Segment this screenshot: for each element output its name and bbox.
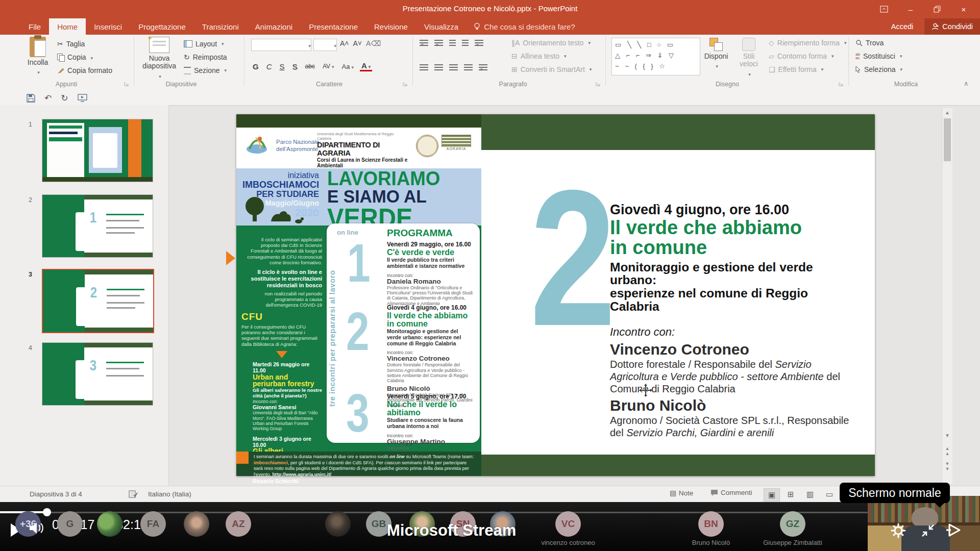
program-numeral-1: 1 — [347, 242, 371, 285]
underline-toggle[interactable]: S — [278, 62, 286, 71]
settings-gear-icon[interactable] — [890, 522, 906, 539]
shadow-toggle[interactable]: S — [291, 62, 299, 71]
shape-fill-button[interactable]: ◇Riempimento forma — [769, 39, 846, 47]
paste-button[interactable]: Incolla — [22, 37, 53, 76]
font-size-input[interactable] — [313, 39, 337, 51]
normal-view-button[interactable]: ▣ — [764, 488, 780, 502]
align-left-icon[interactable] — [420, 64, 428, 71]
redo-icon[interactable]: ↻ — [61, 93, 68, 104]
select-button[interactable]: Seleziona — [855, 65, 902, 73]
tab-progettazione[interactable]: Progettazione — [130, 18, 194, 35]
playhead-knob[interactable] — [43, 508, 51, 516]
shape-outline-button[interactable]: ▱Contorno forma — [769, 52, 834, 60]
scrollbar-thumb[interactable] — [944, 118, 951, 161]
font-grow-shrink[interactable]: A˄A˅A⌫ — [340, 39, 381, 47]
language-indicator[interactable]: Italiano (Italia) — [148, 490, 191, 498]
tab-visualizza[interactable]: Visualizza — [416, 18, 467, 35]
scroll-down-arrow[interactable]: ▼ — [942, 433, 952, 438]
new-slide-button[interactable]: ✦ Nuova diapositiva — [141, 37, 178, 80]
thumbnail-slide-2[interactable]: 1 — [42, 194, 153, 258]
new-slide-label: Nuova diapositiva — [141, 55, 178, 70]
share-button[interactable]: Condividi — [924, 18, 980, 35]
start-slideshow-icon[interactable] — [78, 94, 87, 102]
text-direction-button[interactable]: ∥AOrientamento testo — [511, 39, 591, 47]
dialog-launcher-icon[interactable] — [838, 81, 844, 87]
increase-indent-icon[interactable] — [462, 40, 469, 46]
exit-fullscreen-icon[interactable] — [921, 523, 935, 538]
tab-home[interactable]: Home — [49, 18, 86, 35]
collapse-ribbon-icon[interactable]: ∧ — [964, 80, 969, 87]
smartart-button[interactable]: ⊞Converti in SmartArt — [511, 65, 592, 73]
tab-animazioni[interactable]: Animazioni — [247, 18, 301, 35]
copy-button[interactable]: Copia — [57, 53, 93, 61]
notes-button[interactable]: ▤Note — [670, 489, 693, 497]
orange-down-arrow — [276, 351, 287, 358]
group-label-disegno: Disegno — [694, 81, 761, 88]
spellcheck-icon[interactable] — [129, 490, 138, 498]
speaker-video-thumbnail[interactable] — [868, 496, 980, 551]
line-spacing-icon[interactable] — [475, 40, 483, 46]
align-text-button[interactable]: ⊟Allinea testo — [511, 52, 567, 60]
close-button[interactable]: × — [950, 0, 977, 18]
font-name-input[interactable] — [251, 39, 311, 51]
decrease-indent-icon[interactable] — [449, 40, 456, 46]
thumbnail-slide-4[interactable]: 3 — [42, 342, 153, 406]
align-right-icon[interactable] — [449, 64, 458, 71]
section-button[interactable]: Sezione — [184, 66, 227, 74]
save-icon[interactable] — [27, 94, 35, 103]
dialog-launcher-icon[interactable] — [595, 81, 601, 87]
layout-button[interactable]: Layout — [184, 40, 224, 48]
restore-button[interactable] — [924, 0, 950, 18]
dialog-launcher-icon[interactable] — [402, 81, 408, 87]
speaker-2-bio: Agronomo / Società Castore SPL s.r.l., R… — [610, 414, 850, 439]
reading-view-button[interactable]: ▥ — [802, 488, 818, 500]
shape-effects-button[interactable]: ❑Effetti forma — [769, 65, 823, 73]
shapes-gallery[interactable]: ▭ ╲ ╲ □ ○ ▭ △ ⌐ ⌐ ⇒ ⇓ ▽ ~ ~ ( { } ☆ — [611, 38, 700, 76]
undo-icon[interactable]: ↶ — [44, 93, 52, 104]
replace-button[interactable]: abac Sostituisci — [855, 52, 902, 60]
sign-in-link[interactable]: Accedi — [891, 22, 914, 31]
next-slide-button[interactable]: ▼▼ — [942, 461, 952, 471]
numbered-list-icon[interactable] — [434, 40, 443, 46]
format-painter-button[interactable]: Copia formato — [57, 66, 112, 74]
tab-revisione[interactable]: Revisione — [366, 18, 416, 35]
change-case-toggle[interactable]: Aa — [340, 63, 355, 70]
tab-file[interactable]: File — [20, 18, 49, 35]
previous-slide-button[interactable]: ▲▲ — [942, 446, 952, 456]
thumbnail-slide-1[interactable] — [42, 119, 153, 182]
ribbon-display-options-icon[interactable] — [871, 0, 897, 18]
tell-me-box[interactable]: Che cosa si desidera fare? — [467, 18, 582, 35]
thumbnail-slide-3-selected[interactable]: 2 — [42, 269, 154, 333]
arrange-button[interactable]: Disponi — [701, 38, 731, 70]
slide-counter[interactable]: Diapositiva 3 di 4 — [30, 490, 82, 498]
vertical-scrollbar[interactable]: ▲ ▼ ▲▲ ▼▼ — [942, 108, 952, 484]
slide-sorter-view-button[interactable]: ⊞ — [783, 488, 798, 500]
tab-presentazione[interactable]: Presentazione — [301, 18, 366, 35]
scroll-up-arrow[interactable]: ▲ — [942, 108, 952, 117]
reset-button[interactable]: ↻Reimposta — [184, 53, 227, 61]
char-spacing-toggle[interactable]: AV — [321, 63, 336, 70]
font-color-toggle[interactable]: A — [360, 61, 372, 71]
volume-icon[interactable] — [29, 521, 44, 535]
tab-transizioni[interactable]: Transizioni — [194, 18, 247, 35]
dialog-launcher-icon[interactable] — [124, 81, 130, 87]
justify-icon[interactable] — [464, 64, 473, 71]
align-center-icon[interactable] — [434, 64, 443, 71]
bold-toggle[interactable]: G — [251, 62, 260, 71]
lightbulb-icon — [474, 22, 480, 31]
bullet-list-icon[interactable] — [420, 40, 428, 46]
font-toggles: G C S S abc AV Aa A — [251, 61, 372, 71]
columns-icon[interactable] — [479, 64, 487, 71]
italic-toggle[interactable]: C — [265, 62, 274, 71]
popout-play-icon[interactable] — [945, 522, 963, 538]
quick-styles-button[interactable]: Stili veloci — [734, 38, 764, 78]
strikethrough-toggle[interactable]: abc — [304, 63, 316, 70]
participant-avatar-vc: VC — [555, 511, 581, 537]
comments-button[interactable]: Commenti — [710, 489, 752, 496]
slide-canvas[interactable]: Parco Nazionaledell'Aspromonte Universit… — [236, 114, 875, 476]
cut-button[interactable]: ✂Taglia — [57, 40, 85, 48]
tab-inserisci[interactable]: Inserisci — [86, 18, 130, 35]
find-button[interactable]: Trova — [855, 39, 884, 47]
minimize-button[interactable]: – — [897, 0, 924, 18]
slideshow-view-button[interactable]: ▭ — [822, 488, 837, 500]
